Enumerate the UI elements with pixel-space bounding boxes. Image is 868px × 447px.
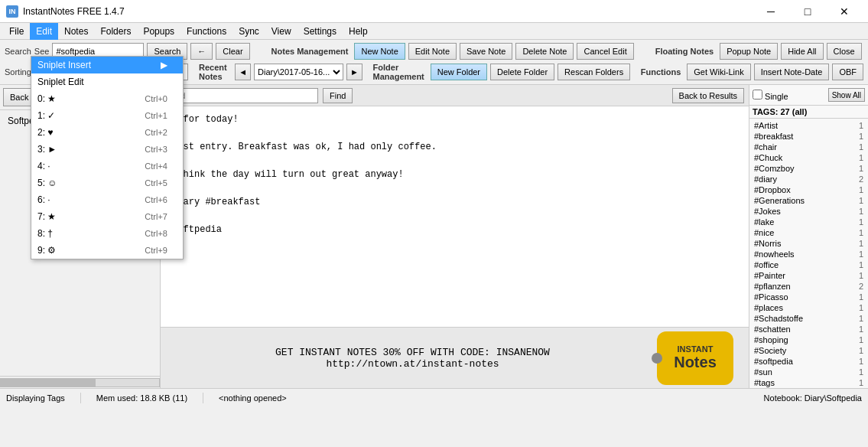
obf-button[interactable]: OBF [832, 64, 863, 80]
clear-button[interactable]: Clear [216, 43, 249, 60]
functions-label: Functions [641, 67, 681, 77]
tag-row[interactable]: #nowheels1 [751, 249, 866, 259]
tag-row[interactable]: #tags1 [751, 377, 866, 388]
tag-row[interactable]: #breakfast1 [751, 131, 866, 142]
tag-count: 1 [859, 121, 863, 130]
single-checkbox[interactable] [753, 90, 762, 100]
sniplet-item-9[interactable]: 9: ⚙Ctrl+9 [31, 242, 183, 259]
tag-row[interactable]: #Chuck1 [751, 152, 866, 163]
find-button[interactable]: Find [323, 88, 353, 103]
popup-note-button[interactable]: Popup Note [720, 43, 778, 60]
menu-popups[interactable]: Popups [137, 23, 180, 40]
menu-edit[interactable]: Edit [30, 23, 58, 40]
menu-settings[interactable]: Settings [297, 23, 343, 40]
tag-count: 1 [859, 271, 863, 280]
show-all-button[interactable]: Show All [828, 88, 865, 102]
new-note-button[interactable]: New Note [354, 43, 405, 60]
menu-notes[interactable]: Notes [58, 23, 94, 40]
shortcut-label: Ctrl+1 [145, 111, 167, 120]
tag-row[interactable]: #softpedia1 [751, 356, 866, 367]
note-select[interactable]: Diary\2017-05-16... [254, 64, 343, 80]
minimize-button[interactable]: ─ [753, 0, 788, 23]
menu-functions[interactable]: Functions [180, 23, 232, 40]
tag-row[interactable]: #Artist1 [751, 120, 866, 131]
sniplet-item-6[interactable]: 6: ·Ctrl+6 [31, 191, 183, 208]
tag-row[interactable]: #diary2 [751, 174, 866, 184]
tag-row[interactable]: #chair1 [751, 142, 866, 152]
tag-row[interactable]: #places1 [751, 302, 866, 313]
menu-file[interactable]: File [3, 23, 30, 40]
tag-row[interactable]: #Generations1 [751, 195, 866, 206]
edit-note-button[interactable]: Edit Note [408, 43, 457, 60]
sniplet-item-label: 7: ★ [37, 211, 56, 222]
promo-text: GET INSTANT NOTES 30% OFF WITH CODE: INS… [176, 347, 649, 370]
tag-row[interactable]: #Society1 [751, 345, 866, 356]
sniplet-item-3[interactable]: 3: ►Ctrl+3 [31, 141, 183, 158]
tag-row[interactable]: #Painter1 [751, 270, 866, 281]
instant-notes-badge[interactable]: INSTANT Notes [657, 331, 733, 385]
title-bar: IN InstantNotes FREE 1.4.7 ─ □ ✕ [0, 0, 868, 23]
sniplet-item-8[interactable]: 8: †Ctrl+8 [31, 225, 183, 242]
tag-row[interactable]: #Picasso1 [751, 292, 866, 302]
tag-row[interactable]: #lake1 [751, 217, 866, 227]
sniplet-item-1[interactable]: 1: ✓Ctrl+1 [31, 107, 183, 124]
delete-note-button[interactable]: Delete Note [515, 43, 574, 60]
menu-help[interactable]: Help [343, 23, 374, 40]
tag-name: #Artist [754, 121, 778, 130]
tag-row[interactable]: #office1 [751, 259, 866, 270]
save-note-button[interactable]: Save Note [460, 43, 512, 60]
recent-notes-label: Recent Notes [199, 63, 229, 81]
cancel-edit-button[interactable]: Cancel Edit [577, 43, 633, 60]
submenu-arrow-icon: ▶ [161, 60, 167, 70]
tag-row[interactable]: #Jokes1 [751, 206, 866, 217]
tag-name: #sun [754, 367, 772, 377]
menu-view[interactable]: View [265, 23, 297, 40]
sniplet-items: 0: ★Ctrl+01: ✓Ctrl+12: ♥Ctrl+23: ►Ctrl+3… [31, 90, 183, 259]
hide-all-button[interactable]: Hide All [781, 43, 823, 60]
title-bar-left: IN InstantNotes FREE 1.4.7 [6, 5, 125, 18]
shortcut-label: Ctrl+9 [145, 246, 167, 255]
notebook-status: Notebook: Diary\Softpedia [764, 393, 862, 403]
sniplet-edit-item[interactable]: Sniplet Edit [31, 73, 183, 90]
arrow-button[interactable]: ← [190, 43, 213, 60]
close-button[interactable]: ✕ [827, 0, 862, 23]
tag-row[interactable]: #sun1 [751, 367, 866, 377]
maximize-button[interactable]: □ [790, 0, 825, 23]
delete-folder-button[interactable]: Delete Folder [490, 64, 554, 80]
menu-folders[interactable]: Folders [94, 23, 137, 40]
tag-row[interactable]: #nice1 [751, 227, 866, 238]
tag-row[interactable]: #schatten1 [751, 324, 866, 334]
wiki-link-button[interactable]: Get Wiki-Link [687, 64, 750, 80]
sniplet-item-4[interactable]: 4: ·Ctrl+4 [31, 158, 183, 175]
sniplet-item-5[interactable]: 5: ☺Ctrl+5 [31, 175, 183, 191]
close-floating-button[interactable]: Close [827, 43, 862, 60]
insert-date-button[interactable]: Insert Note-Date [754, 64, 830, 80]
horizontal-scrollbar[interactable] [0, 376, 160, 388]
tag-count: 2 [859, 282, 863, 291]
tag-row[interactable]: #Norris1 [751, 238, 866, 249]
note-editor[interactable]: dy for today! First entry. Breakfast was… [161, 106, 749, 327]
sniplet-item-0[interactable]: 0: ★Ctrl+0 [31, 90, 183, 107]
mem-used-status: Mem used: 18.8 KB (11) [96, 393, 187, 403]
prev-note-button[interactable]: ◄ [235, 64, 251, 80]
new-folder-button[interactable]: New Folder [431, 64, 487, 80]
tag-row[interactable]: #Dropbox1 [751, 184, 866, 195]
next-note-button[interactable]: ► [346, 64, 362, 80]
sniplet-insert-item[interactable]: Sniplet Insert ▶ [31, 57, 183, 73]
tag-row[interactable]: #Comzboy1 [751, 163, 866, 174]
tag-name: #schatten [754, 325, 791, 334]
rescan-folders-button[interactable]: Rescan Folders [558, 64, 630, 80]
sniplet-item-7[interactable]: 7: ★Ctrl+7 [31, 208, 183, 225]
tag-row[interactable]: #pflanzen2 [751, 281, 866, 292]
tag-row[interactable]: #Schadstoffe1 [751, 313, 866, 324]
tag-name: #Society [754, 346, 786, 355]
back-to-results-button[interactable]: Back to Results [672, 88, 744, 103]
tag-count: 1 [859, 196, 863, 205]
find-input[interactable] [165, 88, 318, 103]
sniplet-item-2[interactable]: 2: ♥Ctrl+2 [31, 124, 183, 141]
menu-sync[interactable]: Sync [232, 23, 265, 40]
search-label: Search [5, 47, 31, 56]
edit-dropdown-menu: Sniplet Insert ▶ Sniplet Edit 0: ★Ctrl+0… [31, 56, 184, 259]
tag-row[interactable]: #shoping1 [751, 334, 866, 345]
tag-count: 1 [859, 207, 863, 216]
